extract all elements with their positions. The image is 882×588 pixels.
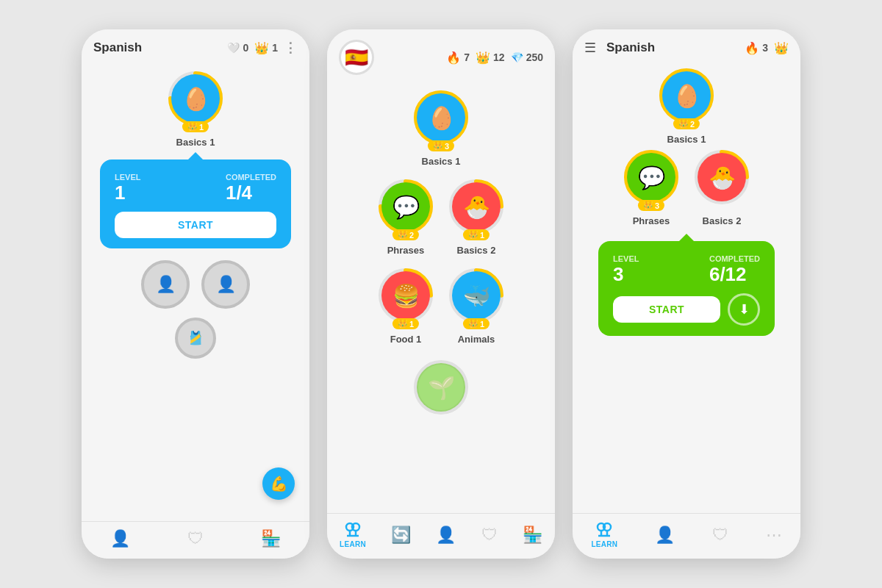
nav-home-p1[interactable]: 👤: [110, 529, 130, 548]
food1-icon: 🍔: [381, 271, 430, 320]
row-phrases-basics2-p3: 💬 👑3 Phrases 🐣 Basics 2: [623, 149, 750, 235]
basics2-ring-p3: 🐣: [694, 149, 750, 205]
food1-node-p2[interactable]: 🍔 👑1 Food 1: [378, 268, 434, 345]
hearts-stat: 🤍 0: [227, 42, 248, 54]
level-stat: Level 1: [115, 173, 140, 204]
basics2-node-p3[interactable]: 🐣 Basics 2: [694, 149, 750, 226]
refresh-nav-icon: 🔄: [391, 526, 411, 545]
crown-icon-p2: 👑: [476, 51, 490, 65]
basics2-ring: 🐣 👑1: [448, 179, 504, 234]
crown-icon-p3: 👑: [774, 41, 789, 55]
phrases-node-p2[interactable]: 💬 👑2 Phrases: [378, 179, 434, 256]
phrases-ring-p3: 💬 👑3: [623, 149, 679, 205]
phone-1: Spanish 🤍 0 👑 1 ⋮ 🥚 👑1 Basics 1: [82, 29, 309, 559]
row-food-animals: 🍔 👑1 Food 1 🐳 👑1: [378, 268, 504, 354]
nav-profile-p2[interactable]: 👤: [436, 526, 456, 545]
level-stat-p3: Level 3: [613, 254, 639, 286]
flames-stat-p2: 🔥 7: [446, 51, 470, 65]
basics1-label-p1: Basics 1: [176, 137, 215, 148]
bottom-nav-p1: 👤 🛡 🏪: [82, 521, 309, 559]
popup-btn-row-p3: START ⬇: [613, 293, 760, 326]
flame-icon-p2: 🔥: [446, 51, 461, 65]
basics1-ring: 🥚 👑1: [168, 71, 223, 126]
completed-label: Completed: [226, 173, 276, 182]
crown-stat-p3: 👑: [774, 41, 789, 55]
top-bar-phone1: Spanish 🤍 0 👑 1 ⋮: [82, 29, 309, 63]
phone1-content: 🥚 👑1 Basics 1 Level 1 Completed 1/4 STAR…: [82, 63, 309, 521]
food1-label-p2: Food 1: [390, 334, 422, 345]
nav-refresh-p2[interactable]: 🔄: [391, 526, 411, 545]
phone-2: 🇪🇸 🔥 7 👑 12 💎 250 🥚 👑3: [327, 29, 555, 559]
profile-nav-icon-p3: 👤: [655, 526, 675, 545]
basics2-popup-p3: Level 3 Completed 6/12 START ⬇: [598, 241, 775, 336]
more-options-icon[interactable]: ⋮: [284, 40, 298, 56]
basics1-node-p3[interactable]: 🥚 👑2 Basics 1: [659, 68, 714, 145]
learn-nav-label-p3: Learn: [591, 540, 617, 548]
basics2-label-p3: Basics 2: [703, 215, 742, 226]
basics1-label-p3: Basics 1: [667, 134, 706, 145]
phrases-icon: 💬: [381, 182, 430, 231]
basics2-crown: 👑1: [463, 229, 490, 240]
basics2-node-p2[interactable]: 🐣 👑1 Basics 2: [448, 179, 504, 256]
start-button-p3[interactable]: START: [613, 296, 720, 323]
phrases-ring: 💬 👑2: [378, 179, 434, 234]
row-phrases-basics2: 💬 👑2 Phrases 🐣 👑1: [378, 179, 504, 265]
animals-node-p2[interactable]: 🐳 👑1 Animals: [448, 268, 504, 345]
flame-icon-p3: 🔥: [745, 41, 759, 55]
home-nav-icon: 👤: [110, 529, 130, 548]
food1-ring: 🍔 👑1: [378, 268, 434, 323]
learn-nav-icon-p3: [595, 521, 613, 539]
bottom-nav-p3: Learn 👤 🛡 ⋯: [573, 513, 800, 559]
nav-learn-p2[interactable]: LEARN: [340, 521, 366, 548]
nav-shop-p1[interactable]: 🏪: [261, 529, 281, 548]
basics1-icon-p2: 🥚: [417, 93, 465, 142]
nav-profile-p3[interactable]: 👤: [655, 526, 675, 545]
download-button-p3[interactable]: ⬇: [728, 293, 760, 326]
basics1-node-p1[interactable]: 🥚 👑1 Basics 1: [168, 71, 223, 148]
nav-shield-p3[interactable]: 🛡: [712, 526, 728, 545]
completed-stat-p3: Completed 6/12: [709, 254, 760, 286]
app-title-phone1: Spanish: [93, 40, 221, 55]
basics2-icon: 🐣: [452, 182, 501, 231]
level-label: Level: [115, 173, 140, 182]
shield-nav-icon-p2: 🛡: [481, 526, 498, 545]
nav-extra-p3[interactable]: ⋯: [766, 526, 782, 545]
completed-value-p3: 6/12: [709, 263, 760, 286]
crowns-stat: 👑 1: [254, 41, 278, 55]
ghost-nodes-row: 👤 👤: [141, 260, 250, 309]
ghost-node-3: 🎽: [175, 318, 216, 359]
animals-icon: 🐳: [452, 271, 501, 320]
shop-nav-icon: 🏪: [261, 529, 281, 548]
shield-nav-icon: 🛡: [187, 529, 204, 548]
basics1-popup-p1: Level 1 Completed 1/4 START: [100, 159, 291, 248]
animals-label-p2: Animals: [458, 334, 495, 345]
nav-shop-p2[interactable]: 🏪: [523, 526, 542, 545]
flames-stat-p3: 🔥 3: [745, 41, 768, 55]
animals-crown: 👑1: [463, 318, 490, 329]
learn-nav-icon: [344, 521, 362, 539]
next-node-icon: 🌱: [417, 363, 465, 412]
nav-shield-p1[interactable]: 🛡: [187, 529, 204, 548]
basics1-node-p2[interactable]: 🥚 👑3 Basics 1: [413, 90, 469, 167]
hamburger-menu-icon[interactable]: ☰: [584, 40, 596, 56]
popup-stats-row-p3: Level 3 Completed 6/12: [613, 254, 760, 286]
dumbbell-button[interactable]: 💪: [262, 467, 295, 500]
phone2-content: 🥚 👑3 Basics 1 💬 👑2: [327, 82, 555, 513]
food1-crown: 👑1: [392, 318, 419, 329]
level-value-p3: 3: [613, 263, 639, 286]
gems-stat-p2: 💎 250: [511, 51, 543, 63]
phrases-crown: 👑2: [392, 229, 419, 240]
nav-learn-p3[interactable]: Learn: [591, 521, 617, 548]
phone-3: ☰ Spanish 🔥 3 👑 🥚 👑2 Basics 1: [573, 29, 800, 559]
profile-nav-icon: 👤: [436, 526, 456, 545]
heart-icon: 🤍: [227, 42, 240, 54]
nav-shield-p2[interactable]: 🛡: [481, 526, 498, 545]
phrases-label-p3: Phrases: [633, 215, 670, 226]
completed-stat: Completed 1/4: [226, 173, 276, 204]
phrases-node-p3[interactable]: 💬 👑3 Phrases: [623, 149, 679, 226]
start-button-p1[interactable]: START: [115, 212, 276, 238]
crowns-stat-p2: 👑 12: [476, 51, 505, 65]
basics2-icon-p3: 🐣: [698, 153, 746, 201]
next-node-hint: 🌱: [413, 359, 469, 415]
gem-icon-p2: 💎: [511, 51, 523, 63]
